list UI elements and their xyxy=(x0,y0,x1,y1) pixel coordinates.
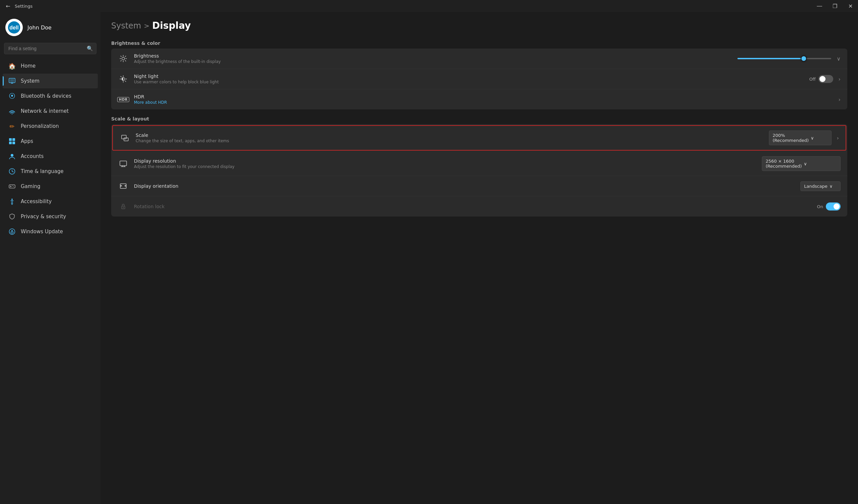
svg-rect-8 xyxy=(12,138,15,141)
close-button[interactable]: ✕ xyxy=(843,0,858,12)
rotation-lock-row: Rotation lock On xyxy=(111,196,847,216)
svg-line-25 xyxy=(121,56,121,56)
sidebar-profile: dell John Doe xyxy=(0,12,100,42)
svg-text:dell: dell xyxy=(10,25,18,30)
night-light-control: Off xyxy=(809,75,833,83)
svg-rect-5 xyxy=(10,83,14,83)
svg-point-16 xyxy=(13,186,14,187)
sidebar-item-network[interactable]: Network & internet xyxy=(3,104,98,118)
sidebar-item-label: Network & internet xyxy=(21,108,69,114)
sidebar-item-apps[interactable]: Apps xyxy=(3,134,98,149)
brightness-title: Brightness xyxy=(134,53,732,59)
accounts-icon xyxy=(8,152,16,160)
sidebar-item-privacy[interactable]: Privacy & security xyxy=(3,209,98,224)
orientation-control: Landscape ∨ xyxy=(800,181,841,191)
maximize-button[interactable]: ❐ xyxy=(827,0,843,12)
sidebar-item-windows-update[interactable]: Windows Update xyxy=(3,224,98,239)
scale-title: Scale xyxy=(136,132,764,138)
sidebar-item-label: Bluetooth & devices xyxy=(21,93,72,99)
sidebar-nav: 🏠 Home System ⦿ Bluetooth & devices xyxy=(0,58,100,239)
orientation-row[interactable]: Display orientation Landscape ∨ xyxy=(111,176,847,196)
brightness-text: Brightness Adjust the brightness of the … xyxy=(134,53,732,64)
night-light-row[interactable]: Night light Use warmer colors to help bl… xyxy=(111,69,847,90)
breadcrumb-parent[interactable]: System xyxy=(111,21,141,30)
privacy-icon xyxy=(8,212,16,221)
titlebar-controls: — ❐ ✕ xyxy=(812,0,858,12)
search-box: 🔍 xyxy=(4,43,96,54)
scale-desc: Change the size of text, apps, and other… xyxy=(136,139,764,143)
scale-row[interactable]: Scale Change the size of text, apps, and… xyxy=(112,125,846,151)
rotation-lock-control: On xyxy=(817,202,841,211)
scale-dropdown-chevron: ∨ xyxy=(811,135,828,141)
orientation-dropdown-chevron: ∨ xyxy=(829,184,837,189)
svg-rect-4 xyxy=(11,83,13,84)
resolution-control: 2560 × 1600 (Recommended) ∨ xyxy=(762,156,841,171)
sidebar-item-system[interactable]: System xyxy=(3,74,98,88)
personalization-icon: ✏️ xyxy=(8,122,16,130)
sidebar-item-label: Personalization xyxy=(21,123,59,129)
gaming-icon xyxy=(8,182,16,191)
apps-icon xyxy=(8,137,16,145)
brightness-row[interactable]: Brightness Adjust the brightness of the … xyxy=(111,49,847,69)
search-icon[interactable]: 🔍 xyxy=(87,46,93,51)
scale-control: 200% (Recommended) ∨ xyxy=(769,131,831,145)
toggle-thumb xyxy=(833,204,840,210)
hdr-text: HDR More about HDR xyxy=(134,94,833,105)
network-icon xyxy=(8,107,16,115)
svg-point-20 xyxy=(122,57,125,60)
svg-line-34 xyxy=(121,76,121,77)
svg-point-6 xyxy=(12,113,13,114)
orientation-title: Display orientation xyxy=(134,183,795,189)
scale-dropdown[interactable]: 200% (Recommended) ∨ xyxy=(769,131,831,145)
hdr-desc-link[interactable]: More about HDR xyxy=(134,100,833,105)
breadcrumb-separator: > xyxy=(144,22,150,30)
svg-line-28 xyxy=(121,61,121,61)
sidebar-item-label: Apps xyxy=(21,138,33,144)
svg-line-35 xyxy=(125,81,126,82)
accessibility-icon xyxy=(8,197,16,206)
titlebar-left: ← Settings xyxy=(4,2,32,10)
sidebar-item-label: Windows Update xyxy=(21,229,63,234)
sidebar-item-accounts[interactable]: Accounts xyxy=(3,149,98,164)
sidebar-item-accessibility[interactable]: Accessibility xyxy=(3,194,98,209)
svg-rect-38 xyxy=(120,161,127,166)
hdr-title: HDR xyxy=(134,94,833,99)
resolution-title: Display resolution xyxy=(134,158,757,164)
resolution-dropdown-value: 2560 × 1600 (Recommended) xyxy=(766,159,802,169)
resolution-desc: Adjust the resolution to fit your connec… xyxy=(134,164,757,169)
sidebar-item-label: System xyxy=(21,78,39,84)
night-light-toggle[interactable] xyxy=(819,75,833,83)
night-light-icon xyxy=(118,74,129,84)
rotation-lock-title: Rotation lock xyxy=(134,204,812,209)
hdr-row[interactable]: HDR HDR More about HDR › xyxy=(111,90,847,110)
rotation-lock-text: Rotation lock xyxy=(134,204,812,209)
sidebar-item-personalization[interactable]: ✏️ Personalization xyxy=(3,119,98,133)
minimize-button[interactable]: — xyxy=(812,0,827,12)
brightness-slider[interactable] xyxy=(737,58,831,59)
brightness-color-card: Brightness Adjust the brightness of the … xyxy=(111,49,847,110)
svg-rect-9 xyxy=(9,142,12,144)
sidebar-item-gaming[interactable]: Gaming xyxy=(3,179,98,194)
orientation-icon xyxy=(118,181,129,192)
toggle-thumb xyxy=(820,76,826,82)
scale-layout-section: Scale & layout Scale Change the size of … xyxy=(111,116,847,216)
back-button[interactable]: ← xyxy=(4,2,12,10)
resolution-dropdown[interactable]: 2560 × 1600 (Recommended) ∨ xyxy=(762,156,841,171)
sidebar-item-label: Gaming xyxy=(21,183,41,190)
sidebar-item-label: Time & language xyxy=(21,168,64,174)
avatar: dell xyxy=(5,19,23,36)
svg-line-26 xyxy=(125,61,126,61)
brightness-color-section: Brightness & color xyxy=(111,40,847,110)
sidebar-item-bluetooth[interactable]: ⦿ Bluetooth & devices xyxy=(3,89,98,103)
resolution-row[interactable]: Display resolution Adjust the resolution… xyxy=(111,151,847,176)
sidebar-item-time[interactable]: Time & language xyxy=(3,164,98,179)
page-header: System > Display xyxy=(111,20,847,31)
sidebar-item-home[interactable]: 🏠 Home xyxy=(3,59,98,73)
orientation-dropdown[interactable]: Landscape ∨ xyxy=(800,181,841,191)
svg-point-17 xyxy=(12,185,13,186)
brightness-desc: Adjust the brightness of the built-in di… xyxy=(134,59,732,64)
main-content: System > Display Brightness & color xyxy=(100,12,858,504)
sidebar-item-label: Home xyxy=(21,63,35,69)
search-input[interactable] xyxy=(4,43,96,54)
rotation-lock-toggle-label: On xyxy=(817,204,823,209)
